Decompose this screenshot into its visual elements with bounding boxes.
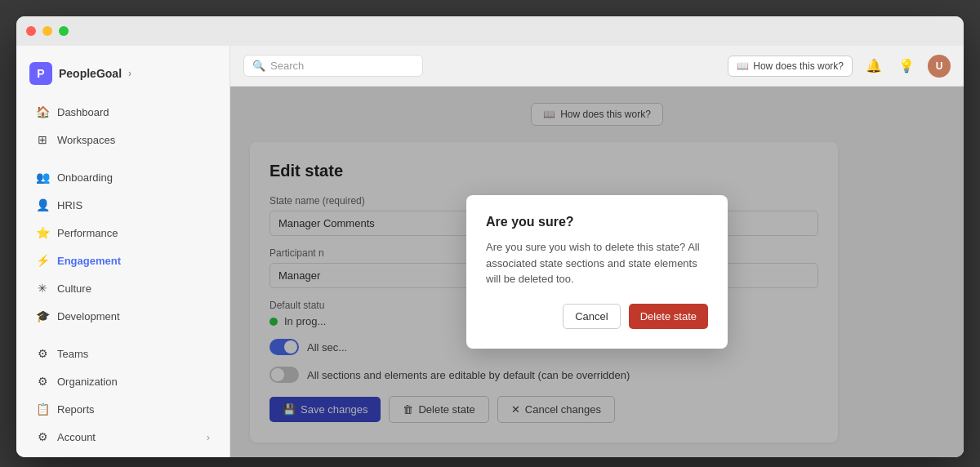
modal-title: Are you sure? bbox=[486, 215, 708, 229]
development-icon: 🎓 bbox=[36, 309, 49, 322]
onboarding-icon: 👥 bbox=[36, 171, 49, 184]
content-area: 📖 How does this work? Edit state State n… bbox=[230, 87, 964, 457]
reports-icon: 📋 bbox=[36, 403, 49, 416]
home-icon: 🏠 bbox=[36, 105, 49, 118]
modal-delete-button[interactable]: Delete state bbox=[629, 304, 708, 329]
sidebar-item-label: Organization bbox=[57, 376, 118, 388]
confirm-dialog: Are you sure? Are you sure you wish to d… bbox=[466, 195, 728, 349]
modal-overlay: Are you sure? Are you sure you wish to d… bbox=[230, 87, 964, 457]
account-icon: ⚙ bbox=[36, 430, 49, 443]
sidebar-item-reports[interactable]: 📋 Reports bbox=[23, 396, 223, 422]
engagement-icon: ⚡ bbox=[36, 254, 49, 267]
sidebar-item-workspaces[interactable]: ⊞ Workspaces bbox=[23, 127, 223, 153]
search-box[interactable]: 🔍 Search bbox=[243, 55, 423, 77]
sidebar: P PeopleGoal › 🏠 Dashboard ⊞ Workspaces … bbox=[16, 46, 230, 457]
minimize-button[interactable] bbox=[42, 26, 52, 36]
modal-cancel-label: Cancel bbox=[575, 310, 608, 322]
topbar-right: 📖 How does this work? 🔔 💡 U bbox=[728, 55, 951, 78]
teams-icon: ⚙ bbox=[36, 347, 49, 360]
main-content: 🔍 Search 📖 How does this work? 🔔 💡 U bbox=[230, 46, 964, 457]
culture-icon: ✳ bbox=[36, 282, 49, 295]
modal-actions: Cancel Delete state bbox=[486, 304, 708, 329]
sidebar-item-engagement[interactable]: ⚡ Engagement bbox=[23, 247, 223, 274]
app-body: P PeopleGoal › 🏠 Dashboard ⊞ Workspaces … bbox=[16, 46, 964, 457]
account-chevron: › bbox=[207, 431, 210, 443]
sidebar-item-label: Dashboard bbox=[57, 106, 109, 118]
notifications-button[interactable]: 🔔 bbox=[862, 55, 885, 78]
sidebar-item-development[interactable]: 🎓 Development bbox=[23, 303, 223, 329]
close-button[interactable] bbox=[26, 26, 36, 36]
sidebar-item-label: Reports bbox=[57, 403, 95, 416]
sidebar-item-hris[interactable]: 👤 HRIS bbox=[23, 192, 223, 218]
modal-delete-label: Delete state bbox=[640, 310, 697, 322]
org-icon: ⚙ bbox=[36, 375, 49, 388]
sidebar-item-label: Teams bbox=[57, 348, 88, 360]
logo-chevron: › bbox=[128, 68, 131, 79]
sidebar-item-label: Workspaces bbox=[57, 134, 115, 146]
search-placeholder: Search bbox=[270, 60, 304, 72]
sidebar-item-label: Performance bbox=[57, 227, 118, 239]
how-does-this-work-button-top[interactable]: 📖 How does this work? bbox=[728, 56, 853, 77]
maximize-button[interactable] bbox=[59, 26, 69, 36]
sidebar-item-label: HRIS bbox=[57, 199, 82, 211]
sidebar-item-label: Development bbox=[57, 310, 120, 322]
sidebar-item-label: Culture bbox=[57, 282, 91, 295]
modal-body: Are you sure you wish to delete this sta… bbox=[486, 239, 708, 287]
sidebar-item-account[interactable]: ⚙ Account › bbox=[23, 424, 223, 450]
workspaces-icon: ⊞ bbox=[36, 133, 49, 146]
logo-text: PeopleGoal bbox=[59, 67, 122, 80]
book-icon: 📖 bbox=[737, 60, 749, 72]
sidebar-item-organization[interactable]: ⚙ Organization bbox=[23, 368, 223, 394]
help-button[interactable]: 💡 bbox=[895, 55, 918, 78]
sidebar-item-dashboard[interactable]: 🏠 Dashboard bbox=[23, 99, 223, 125]
logo-icon: P bbox=[29, 62, 52, 85]
hris-icon: 👤 bbox=[36, 198, 49, 211]
sidebar-item-culture[interactable]: ✳ Culture bbox=[23, 275, 223, 301]
sidebar-item-performance[interactable]: ⭐ Performance bbox=[23, 220, 223, 246]
how-btn-label: How does this work? bbox=[753, 60, 844, 72]
sidebar-item-teams[interactable]: ⚙ Teams bbox=[23, 340, 223, 367]
sidebar-item-label: Onboarding bbox=[57, 171, 113, 184]
titlebar bbox=[16, 16, 964, 46]
sidebar-item-label: Engagement bbox=[57, 255, 121, 267]
sidebar-item-label: Account bbox=[57, 431, 96, 443]
user-avatar[interactable]: U bbox=[928, 55, 951, 78]
modal-cancel-button[interactable]: Cancel bbox=[563, 304, 620, 329]
performance-icon: ⭐ bbox=[36, 226, 49, 239]
search-icon: 🔍 bbox=[252, 60, 265, 72]
app-window: P PeopleGoal › 🏠 Dashboard ⊞ Workspaces … bbox=[16, 16, 964, 457]
topbar: 🔍 Search 📖 How does this work? 🔔 💡 U bbox=[230, 46, 964, 87]
sidebar-logo[interactable]: P PeopleGoal › bbox=[16, 56, 229, 98]
sidebar-item-onboarding[interactable]: 👥 Onboarding bbox=[23, 164, 223, 190]
